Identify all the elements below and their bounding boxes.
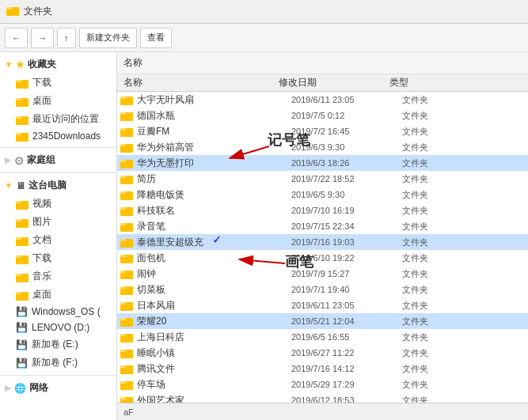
table-row[interactable]: 泰德里安超级充2019/7/16 19:03文件夹 xyxy=(117,234,528,250)
svg-rect-43 xyxy=(120,255,126,257)
table-row[interactable]: 华为外箱高管2019/6/3 9:30文件夹 xyxy=(117,139,528,155)
file-type: 文件夹 xyxy=(402,126,465,138)
svg-rect-13 xyxy=(16,219,21,221)
table-row[interactable]: 大宇无叶风扇2019/6/11 23:05文件夹 xyxy=(117,92,528,108)
sidebar-d-drive-label: LENOVO (D:) xyxy=(32,322,89,333)
file-list-header: 名称 修改日期 类型 xyxy=(117,74,528,92)
svg-rect-23 xyxy=(120,96,126,99)
forward-button[interactable]: → xyxy=(31,28,54,48)
file-date: 2019/7/2 16:45 xyxy=(291,127,402,136)
sidebar-network-header[interactable]: ▶ 🌐 网络 xyxy=(0,379,116,397)
table-row[interactable]: 简历2019/7/22 18:52文件夹 xyxy=(117,171,528,187)
table-row[interactable]: 德国水瓶2019/7/5 0:12文件夹 xyxy=(117,108,528,123)
file-type: 文件夹 xyxy=(402,379,465,391)
svg-rect-11 xyxy=(16,201,21,203)
file-date: 2019/7/15 22:34 xyxy=(291,221,402,231)
sidebar-item-c-drive[interactable]: 💾 Windows8_OS ( xyxy=(0,304,116,320)
sidebar-item-videos[interactable]: 视频 xyxy=(0,195,116,213)
table-row[interactable]: 降糖电饭煲2019/6/5 9:30文件夹 xyxy=(117,187,528,202)
folder-icon xyxy=(16,78,28,89)
file-name: 外国艺术家 xyxy=(137,394,291,403)
folder-icon xyxy=(120,300,133,311)
sidebar-item-e-drive[interactable]: 💾 新加卷 (E:) xyxy=(0,335,116,354)
file-name: 简历 xyxy=(137,172,291,186)
folder-icon xyxy=(120,110,133,121)
table-row[interactable]: 外国艺术家2019/6/12 18:53文件夹 xyxy=(117,392,528,403)
new-folder-button[interactable]: 新建文件夹 xyxy=(79,28,137,48)
file-name: 日本风扇 xyxy=(137,299,291,312)
file-name: 降糖电饭煲 xyxy=(137,188,291,202)
sidebar-item-desktop[interactable]: 桌面 xyxy=(0,92,116,110)
folder-icon xyxy=(16,114,28,125)
file-name: 华为无墨打印 xyxy=(137,157,291,170)
sidebar-item-recent[interactable]: 最近访问的位置 xyxy=(0,110,116,128)
sidebar-favorites-header[interactable]: ▼ ★ 收藏夹 xyxy=(0,55,116,74)
file-date: 2019/7/9 15:27 xyxy=(291,269,402,278)
sidebar-divider-1 xyxy=(0,147,116,148)
col-header-date[interactable]: 修改日期 xyxy=(279,76,389,89)
col-header-name[interactable]: 名称 xyxy=(120,76,279,89)
file-date: 2019/6/10 19:22 xyxy=(291,253,402,263)
file-name: 上海日科店 xyxy=(137,331,291,344)
sidebar-item-download[interactable]: 下载 xyxy=(0,74,116,92)
sidebar-homegroup-header[interactable]: ▶ ⊙ 家庭组 xyxy=(0,151,116,169)
table-row[interactable]: 科技联名2019/7/10 16:19文件夹 xyxy=(117,202,528,218)
drive-icon: 💾 xyxy=(16,358,28,369)
sidebar-item-desktop2[interactable]: 桌面 xyxy=(0,286,116,304)
sidebar-thispc-header[interactable]: ▼ 🖥 这台电脑 xyxy=(0,176,116,195)
table-row[interactable]: 面包机2019/6/10 19:22文件夹 xyxy=(117,250,528,266)
sidebar-item-2345[interactable]: 2345Downloads xyxy=(0,128,116,144)
sidebar: ▼ ★ 收藏夹 下载 桌面 最近访问的位置 2345Downlo xyxy=(0,52,117,420)
file-date: 2019/7/5 0:12 xyxy=(291,111,402,120)
favorites-label: 收藏夹 xyxy=(28,58,56,71)
table-row[interactable]: 上海日科店2019/6/5 16:55文件夹 xyxy=(117,329,528,345)
sidebar-item-d-drive[interactable]: 💾 LENOVO (D:) xyxy=(0,320,116,335)
file-date: 2019/7/16 14:12 xyxy=(291,364,402,373)
folder-icon xyxy=(120,363,133,374)
table-row[interactable]: 录音笔2019/7/15 22:34文件夹 xyxy=(117,218,528,234)
table-row[interactable]: 日本风扇2019/6/11 23:05文件夹 xyxy=(117,297,528,313)
table-row[interactable]: 切菜板2019/7/1 19:40文件夹 xyxy=(117,282,528,297)
table-row[interactable]: 停车场2019/5/29 17:29文件夹 xyxy=(117,376,528,392)
table-row[interactable]: 闹钟2019/7/9 15:27文件夹 xyxy=(117,266,528,282)
table-row[interactable]: 华为无墨打印2019/6/3 18:26文件夹 xyxy=(117,155,528,171)
svg-rect-29 xyxy=(120,144,126,146)
table-row[interactable]: 腾讯文件2019/7/16 14:12文件夹 xyxy=(117,361,528,376)
file-type: 文件夹 xyxy=(402,189,465,201)
svg-rect-25 xyxy=(120,112,126,115)
file-name: 大宇无叶风扇 xyxy=(137,93,291,107)
folder-icon xyxy=(120,189,133,200)
file-name: 德国水瓶 xyxy=(137,109,291,123)
table-row[interactable]: 睡眠小镇2019/6/27 11:22文件夹 xyxy=(117,345,528,361)
sidebar-item-music[interactable]: 音乐 xyxy=(0,267,116,286)
content-area: 名称 名称 修改日期 类型 大宇无叶风扇2019/6/11 23:05文件夹德国… xyxy=(117,52,528,420)
sidebar-desktop2-label: 桌面 xyxy=(32,288,51,301)
file-name: 录音笔 xyxy=(137,220,291,233)
back-button[interactable]: ← xyxy=(5,28,28,48)
file-name: 停车场 xyxy=(137,378,291,392)
folder-icon xyxy=(120,268,133,279)
sidebar-item-f-drive[interactable]: 💾 新加卷 (F:) xyxy=(0,354,116,372)
sidebar-divider-3 xyxy=(0,375,116,376)
folder-icon xyxy=(120,347,133,358)
svg-rect-9 xyxy=(16,133,21,135)
folder-icon xyxy=(16,217,28,228)
up-button[interactable]: ↑ xyxy=(57,28,76,48)
view-button[interactable]: 查看 xyxy=(140,28,172,48)
file-type: 文件夹 xyxy=(402,157,465,169)
homegroup-label: 家庭组 xyxy=(27,153,55,167)
svg-rect-59 xyxy=(120,381,126,384)
col-header-type[interactable]: 类型 xyxy=(389,76,453,89)
status-bar: aF xyxy=(117,403,528,420)
sidebar-item-pictures[interactable]: 图片 xyxy=(0,213,116,231)
svg-rect-17 xyxy=(16,255,21,258)
folder-icon xyxy=(16,96,28,107)
sidebar-item-downloads2[interactable]: 下载 xyxy=(0,249,116,267)
table-row[interactable]: 豆瓣FM2019/7/2 16:45文件夹 xyxy=(117,123,528,139)
file-type: 文件夹 xyxy=(402,316,465,327)
file-type: 文件夹 xyxy=(402,173,465,185)
svg-rect-27 xyxy=(120,128,126,131)
table-row[interactable]: 荣耀202019/5/21 12:04文件夹 xyxy=(117,313,528,329)
sidebar-item-documents[interactable]: 文档 xyxy=(0,231,116,249)
folder-icon-title xyxy=(6,5,19,18)
